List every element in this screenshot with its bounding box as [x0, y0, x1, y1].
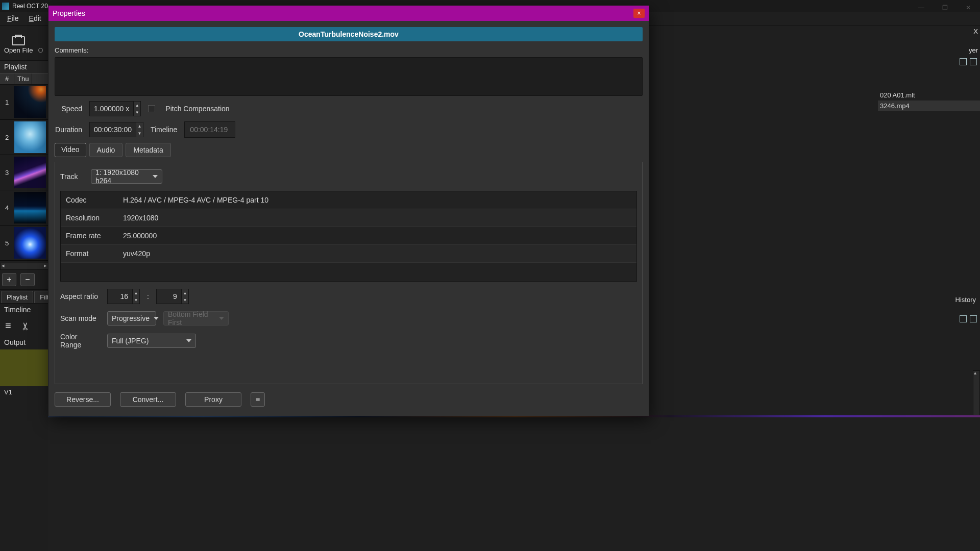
timeline-title: Timeline [0, 303, 48, 316]
playlist-hscrollbar[interactable] [0, 263, 48, 270]
properties-close-button[interactable]: × [633, 9, 645, 18]
col-number[interactable]: # [0, 73, 14, 84]
playlist-header: # Thu [0, 73, 48, 85]
popout-icon[interactable] [960, 315, 967, 322]
aspect-width-spinner[interactable]: 16 ▲▼ [107, 289, 140, 304]
row-value: 980x551 [118, 209, 636, 227]
properties-tabs: Video Audio Metadata [55, 143, 643, 157]
color-range-combobox[interactable]: Full (JPEG) [107, 334, 196, 348]
properties-dialog: Properties × OceanTurbulenceNoise2.mov C… [48, 5, 649, 416]
aspect-height-spinner[interactable]: 9 ▲▼ [156, 289, 189, 304]
playlist-title: Playlist [0, 60, 48, 73]
timeline-label: Timeline [151, 126, 177, 134]
spin-up-icon[interactable]: ▲ [134, 102, 140, 109]
proxy-button[interactable]: Proxy [185, 392, 241, 407]
tab-player-partial[interactable]: yer [878, 45, 980, 55]
recent-files: 020 A01.mlt 3246.mp4 [878, 90, 980, 111]
playlist-row[interactable]: 5 [0, 226, 48, 261]
playlist-row[interactable]: 3 [0, 155, 48, 190]
col-thumbnail[interactable]: Thu [14, 73, 32, 84]
playlist-row[interactable]: 1 [0, 85, 48, 120]
close-panel-icon[interactable] [970, 58, 977, 65]
thumbnail [14, 192, 46, 223]
tab-playlist[interactable]: Playlist [1, 291, 33, 303]
speed-label: Speed [55, 105, 82, 113]
popout-icon[interactable] [960, 58, 967, 65]
row-key: Format [61, 245, 118, 262]
thumbnail [14, 227, 46, 259]
track-label: Track [60, 172, 84, 181]
close-button[interactable]: ✕ [957, 0, 980, 15]
chevron-down-icon [154, 317, 159, 320]
thumbnail [14, 157, 46, 188]
open-other-label: O [38, 46, 43, 54]
maximize-button[interactable]: ❐ [933, 0, 957, 15]
menu-edit[interactable]: Edit [24, 13, 46, 24]
scan-mode-combobox[interactable]: Progressive [107, 311, 156, 325]
properties-titlebar[interactable]: Properties × [48, 6, 649, 21]
tab-audio[interactable]: Audio [89, 143, 123, 157]
comments-label: Comments: [55, 46, 643, 54]
speed-spinner[interactable]: 1.000000 x ▲▼ [89, 101, 141, 116]
convert-button[interactable]: Convert... [120, 392, 176, 407]
video-info-table: CodecH.264 / AVC / MPEG-4 AVC / MPEG-4 p… [60, 191, 637, 282]
tab-history[interactable]: History [951, 294, 980, 306]
open-other-button[interactable]: O [38, 46, 43, 54]
duration-spinner[interactable]: 00:00:30:00 ▲▼ [89, 122, 143, 137]
playlist-row[interactable]: 4 [0, 190, 48, 226]
scan-mode-label: Scan mode [60, 314, 100, 322]
aspect-separator: : [147, 292, 149, 300]
thumbnail [14, 121, 46, 153]
open-file-button[interactable]: Open File [4, 36, 33, 54]
track-v1-label: V1 [0, 387, 48, 397]
video-tab-panel: Track 1: 980x551 h264 CodecH.264 / AVC… [55, 162, 643, 384]
pitch-compensation-label: Pitch Compensation [165, 105, 229, 113]
vscrollbar[interactable] [973, 370, 980, 415]
spin-up-icon[interactable]: ▲ [136, 122, 143, 130]
chevron-down-icon [153, 175, 158, 178]
row-value: yuv420p [118, 245, 636, 262]
window-controls: — ❐ ✕ [910, 0, 980, 15]
spin-down-icon[interactable]: ▼ [133, 296, 139, 304]
thumbnail [14, 86, 46, 118]
clip-filename: OceanTurbulenceNoise2.mov [55, 27, 643, 41]
properties-menu-button[interactable]: ≡ [251, 392, 265, 407]
spin-up-icon[interactable]: ▲ [182, 289, 188, 296]
playlist-row[interactable]: 2 [0, 120, 48, 155]
track-combobox[interactable]: 1: 980x551 h264 [91, 169, 162, 184]
duration-label: Duration [55, 126, 82, 134]
open-file-label: Open File [4, 46, 33, 54]
right-panel-top: X yer [878, 27, 980, 55]
scissors-icon[interactable]: ✂ [18, 322, 31, 331]
tab-metadata[interactable]: Metadata [126, 143, 170, 157]
row-value: 25.000000 [118, 227, 636, 244]
comments-textarea[interactable] [55, 57, 643, 96]
menu-file[interactable]: File [2, 13, 24, 24]
aspect-ratio-label: Aspect ratio [60, 292, 100, 300]
properties-footer: Reverse... Convert... Proxy ≡ [55, 389, 643, 412]
spin-up-icon[interactable]: ▲ [133, 289, 139, 296]
spin-down-icon[interactable]: ▼ [182, 296, 188, 304]
chevron-down-icon [219, 317, 224, 320]
recent-file[interactable]: 020 A01.mlt [878, 90, 980, 101]
recent-file[interactable]: 3246.mp4 [878, 101, 980, 111]
minimize-button[interactable]: — [910, 0, 933, 15]
timeline-menu-icon[interactable]: ≡ [5, 320, 11, 332]
row-key: Resolution [61, 209, 118, 227]
spin-down-icon[interactable]: ▼ [136, 130, 143, 137]
pitch-compensation-checkbox[interactable] [148, 105, 155, 112]
folder-open-icon [12, 36, 25, 45]
playlist-add-button[interactable]: + [2, 273, 16, 286]
playlist-remove-button[interactable]: − [20, 273, 35, 286]
output-label: Output [0, 336, 48, 348]
output-track-strip[interactable] [0, 349, 48, 386]
spin-down-icon[interactable]: ▼ [134, 109, 140, 116]
row-key: Frame rate [61, 227, 118, 244]
reverse-button[interactable]: Reverse... [55, 392, 111, 407]
row-key: Codec [61, 191, 118, 209]
close-panel-icon[interactable] [970, 315, 977, 322]
color-range-label: Color Range [60, 333, 100, 349]
properties-title: Properties [53, 9, 85, 17]
app-title: Reel OCT 20 [12, 3, 48, 10]
tab-video[interactable]: Video [55, 143, 86, 157]
